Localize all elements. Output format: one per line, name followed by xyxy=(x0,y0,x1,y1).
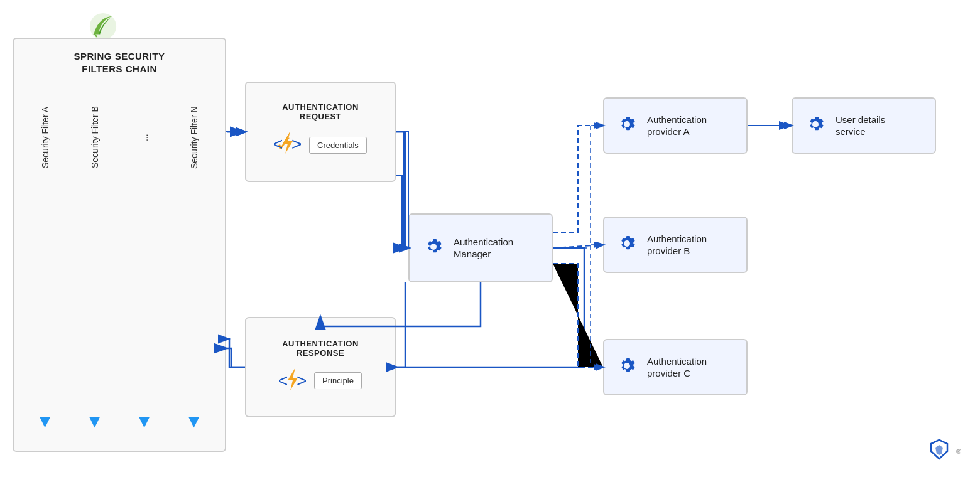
filter-label-a: Security Filter A xyxy=(40,87,50,188)
auth-manager-gear-icon xyxy=(422,235,445,260)
auth-provider-a-gear-icon xyxy=(616,113,638,138)
auth-provider-c-label: Authentication provider C xyxy=(647,355,707,380)
user-details-box: User details service xyxy=(792,97,936,154)
svg-text:>: > xyxy=(297,371,307,390)
lightning-icon-request: ✓ < > xyxy=(274,129,302,162)
filter-label-b: Security Filter B xyxy=(90,87,100,188)
auth-request-title: AUTHENTICATION REQUEST xyxy=(282,102,359,121)
svg-text:>: > xyxy=(291,134,302,154)
auth-manager-box: Authentication Manager xyxy=(408,213,553,282)
lightning-icon-response: < > xyxy=(279,365,307,395)
filter-chain-box: SPRING SECURITY FILTERS CHAIN Security F… xyxy=(13,38,226,452)
auth-provider-c-gear-icon xyxy=(616,355,638,380)
auth-provider-b-gear-icon xyxy=(616,232,638,257)
auth-request-box: AUTHENTICATION REQUEST ✓ < > Credentials xyxy=(245,82,396,182)
user-details-gear-icon xyxy=(804,113,827,138)
auth-provider-b-label: Authentication provider B xyxy=(647,233,707,257)
auth-response-title: AUTHENTICATION RESPONSE xyxy=(282,339,359,358)
filter-label-n: Security Filter N xyxy=(189,87,199,188)
auth-provider-c-box: Authentication provider C xyxy=(603,339,748,395)
funnel-icon-dots: ▼ xyxy=(136,412,153,432)
funnel-icon-a: ▼ xyxy=(36,412,54,432)
filter-icons: ▼ ▼ ▼ ▼ xyxy=(14,412,225,432)
auth-response-content: < > Principle xyxy=(279,365,362,395)
svg-text:<: < xyxy=(274,134,283,154)
svg-text:<: < xyxy=(279,371,288,390)
svg-line-9 xyxy=(553,245,603,248)
funnel-icon-b: ▼ xyxy=(86,412,104,432)
filter-label-dots: ... xyxy=(139,87,150,188)
auth-provider-a-box: Authentication provider A xyxy=(603,97,748,154)
auth-response-box: AUTHENTICATION RESPONSE < > Principle xyxy=(245,317,396,417)
credentials-badge: Credentials xyxy=(309,137,367,154)
spring-logo xyxy=(88,11,118,41)
auth-request-content: ✓ < > Credentials xyxy=(274,129,367,162)
principle-badge: Principle xyxy=(314,372,362,389)
filter-labels: Security Filter A Security Filter B ... … xyxy=(14,87,225,188)
funnel-icon-n: ▼ xyxy=(185,412,203,432)
user-details-label: User details service xyxy=(836,114,885,138)
codium-logo: ® xyxy=(928,439,961,464)
auth-provider-a-label: Authentication provider A xyxy=(647,114,707,138)
filter-chain-title: SPRING SECURITY FILTERS CHAIN xyxy=(14,39,225,75)
auth-provider-b-box: Authentication provider B xyxy=(603,217,748,273)
auth-manager-label: Authentication Manager xyxy=(454,236,513,260)
